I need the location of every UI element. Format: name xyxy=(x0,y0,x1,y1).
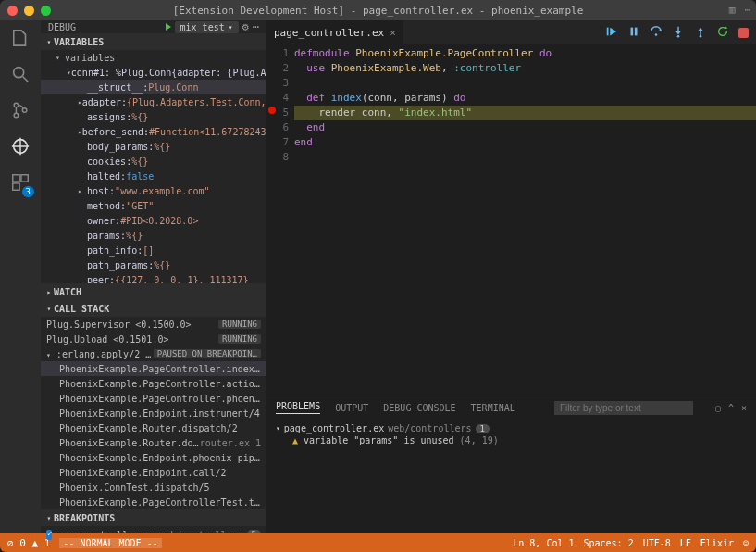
stack-frame[interactable]: PhoenixExample.PageController.phoenix_co… xyxy=(41,391,266,406)
debug-sidebar: DEBUG mix test▾ ⚙ ⋯ ▾VARIABLES ▾variable… xyxy=(41,20,266,533)
start-debug-icon[interactable] xyxy=(166,23,171,31)
variable-row[interactable]: owner: #PID<0.2028.0> xyxy=(41,213,266,228)
variables-scope[interactable]: ▾variables xyxy=(41,50,266,65)
debug-more-icon[interactable]: ⋯ xyxy=(253,20,259,33)
thread-row[interactable]: Plug.Upload <0.1501.0>RUNNING xyxy=(41,332,266,346)
split-editor-icon[interactable]: ▥ xyxy=(729,4,736,16)
variable-row[interactable]: cookies: %{} xyxy=(41,154,266,169)
collapse-icon[interactable]: ▢ xyxy=(715,403,721,413)
feedback-icon[interactable]: ☺ xyxy=(743,538,749,548)
panel-tab-debug-console[interactable]: DEBUG CONSOLE xyxy=(383,403,455,413)
svg-point-16 xyxy=(655,33,658,36)
stack-frame[interactable]: PhoenixExample.Endpoint.call/2 xyxy=(41,465,266,480)
stack-frame[interactable]: PhoenixExample.PageController.action/2 xyxy=(41,376,266,391)
svg-marker-23 xyxy=(725,25,728,29)
debug-title: DEBUG xyxy=(48,22,76,32)
svg-rect-9 xyxy=(21,175,28,182)
panel-tab-terminal[interactable]: TERMINAL xyxy=(471,403,515,413)
debug-icon[interactable] xyxy=(10,136,31,159)
files-icon[interactable] xyxy=(10,28,31,51)
problem-item[interactable]: ▲ variable "params" is unused (4, 19) xyxy=(276,435,747,445)
restart-icon[interactable] xyxy=(716,25,729,41)
svg-rect-14 xyxy=(635,27,638,35)
step-into-icon[interactable] xyxy=(672,25,685,41)
variable-row[interactable]: ▸adapter: {Plug.Adapters.Test.Conn, %{ch… xyxy=(41,94,266,109)
watch-section-header[interactable]: ▸WATCH xyxy=(41,283,266,300)
variable-row[interactable]: halted: false xyxy=(41,169,266,183)
editor-tab[interactable]: page_controller.ex × xyxy=(266,20,403,44)
thread-row[interactable]: Plug.Supervisor <0.1500.0>RUNNING xyxy=(41,317,266,332)
step-over-icon[interactable] xyxy=(650,25,663,41)
variable-row[interactable]: ▸before_send: #Function<11.67278243/1 in… xyxy=(41,124,266,139)
vim-mode: -- NORMAL MODE -- xyxy=(59,538,161,548)
debug-settings-icon[interactable]: ⚙ xyxy=(242,20,249,33)
stack-frame[interactable]: Phoenix.ConnTest.dispatch/5 xyxy=(41,480,266,495)
cursor-position[interactable]: Ln 8, Col 1 xyxy=(513,538,574,548)
breakpoint-checkbox[interactable] xyxy=(46,530,52,540)
panel-up-icon[interactable]: ^ xyxy=(728,403,734,413)
svg-rect-11 xyxy=(607,27,609,35)
variables-section-header[interactable]: ▾VARIABLES xyxy=(41,33,266,50)
breakpoints-section-header[interactable]: ▾BREAKPOINTS xyxy=(41,509,266,526)
breakpoint-glyph[interactable] xyxy=(268,107,276,114)
callstack-section-header[interactable]: ▾CALL STACK xyxy=(41,300,266,317)
encoding[interactable]: UTF-8 xyxy=(643,538,671,548)
window-title: [Extension Development Host] - page_cont… xyxy=(0,5,756,17)
close-window[interactable] xyxy=(7,6,18,16)
activity-bar: 3 xyxy=(0,20,41,533)
eol[interactable]: LF xyxy=(680,538,691,548)
variable-row[interactable]: params: %{} xyxy=(41,228,266,243)
launch-config-select[interactable]: mix test▾ xyxy=(175,21,239,33)
status-bar: ⊘ 0 ▲ 1 -- NORMAL MODE -- Ln 8, Col 1 Sp… xyxy=(0,533,756,552)
bottom-panel: PROBLEMS OUTPUT DEBUG CONSOLE TERMINAL ▢… xyxy=(266,395,756,533)
maximize-window[interactable] xyxy=(41,6,51,16)
variable-conn[interactable]: ▾conn#1: %Plug.Conn{adapter: {Plug.Adapt… xyxy=(41,65,266,80)
language-mode[interactable]: Elixir xyxy=(700,538,734,548)
svg-point-4 xyxy=(22,108,27,113)
indentation[interactable]: Spaces: 2 xyxy=(584,538,634,548)
variable-row[interactable]: body_params: %{} xyxy=(41,139,266,154)
variable-row[interactable]: path_info: [] xyxy=(41,243,266,257)
stack-frame[interactable]: PhoenixExample.Router.dispatch/2 xyxy=(41,420,266,435)
editor-body[interactable]: 12345678 defmodule PhoenixExample.PageCo… xyxy=(266,44,756,395)
extensions-badge: 3 xyxy=(22,186,34,197)
editor-more-icon[interactable]: ⋯ xyxy=(744,4,750,16)
variable-row[interactable]: peer: {{127, 0, 0, 1}, 111317} xyxy=(41,272,266,283)
close-tab-icon[interactable]: × xyxy=(390,27,396,39)
problem-file-row[interactable]: ▾ page_controller.ex web/controllers 1 xyxy=(276,423,747,433)
panel-close-icon[interactable]: × xyxy=(741,403,747,413)
step-out-icon[interactable] xyxy=(694,25,707,41)
svg-point-19 xyxy=(677,34,680,37)
variable-row[interactable]: __struct__: Plug.Conn xyxy=(41,80,266,94)
panel-tab-problems[interactable]: PROBLEMS xyxy=(276,401,320,414)
svg-point-0 xyxy=(14,68,24,78)
stack-frame[interactable]: PhoenixExample.PageControllerTest.test G… xyxy=(41,495,266,509)
warning-icon: ▲ xyxy=(292,435,298,445)
status-errors[interactable]: ⊘ 0 ▲ 1 xyxy=(7,537,50,549)
svg-point-22 xyxy=(700,34,702,37)
git-icon[interactable] xyxy=(10,100,31,123)
variable-row[interactable]: ▸host: "www.example.com" xyxy=(41,183,266,198)
stack-frame[interactable]: PhoenixExample.Router.do_call/2router.ex… xyxy=(41,435,266,450)
svg-point-3 xyxy=(14,113,19,118)
minimize-window[interactable] xyxy=(24,6,34,16)
search-icon[interactable] xyxy=(10,64,31,87)
stack-frame[interactable]: PhoenixExample.Endpoint.instrument/4 xyxy=(41,406,266,420)
thread-row[interactable]: ▾ :erlang.apply/2 <0.2028.0>PAUSED ON BR… xyxy=(41,346,266,361)
problems-filter-input[interactable] xyxy=(554,401,693,415)
variable-row[interactable]: method: "GET" xyxy=(41,198,266,213)
svg-marker-21 xyxy=(698,27,702,31)
svg-line-1 xyxy=(23,77,29,82)
extensions-icon[interactable]: 3 xyxy=(10,172,31,195)
variable-row[interactable]: assigns: %{} xyxy=(41,109,266,124)
panel-tab-output[interactable]: OUTPUT xyxy=(335,403,368,413)
debug-continue-icon[interactable] xyxy=(605,25,618,41)
svg-marker-18 xyxy=(675,31,680,35)
debug-pause-icon[interactable] xyxy=(627,25,640,41)
titlebar: [Extension Development Host] - page_cont… xyxy=(0,0,756,20)
stack-frame[interactable]: PhoenixExample.PageController.index/2 xyxy=(41,361,266,376)
svg-rect-10 xyxy=(13,183,19,190)
variable-row[interactable]: path_params: %{} xyxy=(41,257,266,272)
stack-frame[interactable]: PhoenixExample.Endpoint.phoenix_pipeline… xyxy=(41,450,266,465)
stop-icon[interactable] xyxy=(738,28,749,38)
